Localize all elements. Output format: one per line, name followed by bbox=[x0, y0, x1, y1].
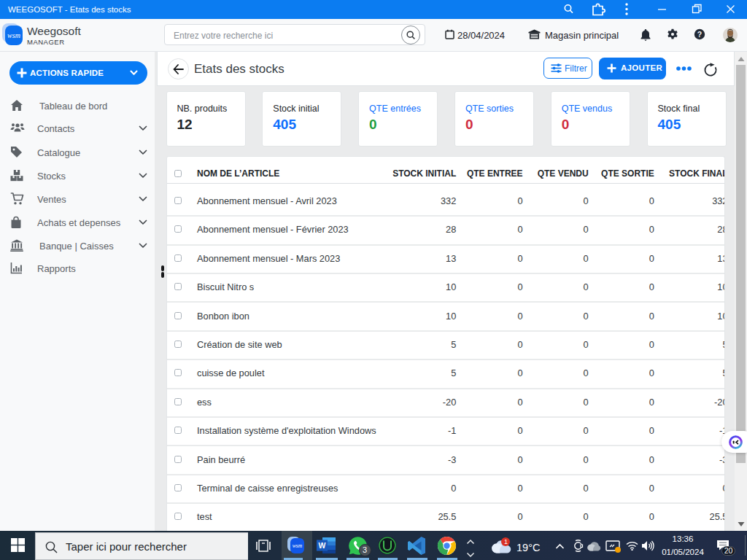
svg-text:?: ? bbox=[697, 30, 702, 39]
svg-text:W: W bbox=[319, 541, 326, 550]
